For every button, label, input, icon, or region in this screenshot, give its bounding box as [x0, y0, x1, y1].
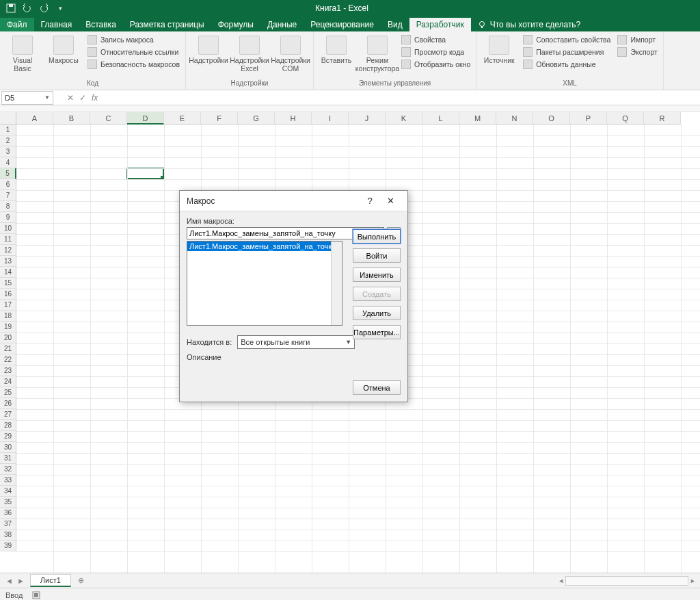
row-header[interactable]: 24 — [0, 376, 16, 387]
horizontal-scrollbar[interactable] — [565, 576, 688, 586]
row-header[interactable]: 8 — [0, 201, 16, 212]
view-code-button[interactable]: Просмотр кода — [400, 47, 472, 57]
column-header[interactable]: L — [422, 112, 459, 125]
properties-button[interactable]: Свойства — [400, 34, 472, 45]
column-header[interactable]: J — [349, 112, 386, 125]
column-header[interactable]: R — [644, 112, 681, 125]
options-button[interactable]: Параметры... — [353, 325, 401, 339]
export-xml-button[interactable]: Экспорт — [616, 47, 658, 57]
row-header[interactable]: 19 — [0, 322, 16, 332]
row-header[interactable]: 20 — [0, 332, 16, 343]
tab-file[interactable]: Файл — [0, 18, 34, 31]
map-properties-button[interactable]: Сопоставить свойства — [522, 34, 612, 45]
tab-pagelayout[interactable]: Разметка страницы — [123, 18, 211, 31]
tab-view[interactable]: Вид — [381, 18, 409, 31]
row-header[interactable]: 7 — [0, 190, 16, 201]
run-button[interactable]: Выполнить — [353, 229, 401, 244]
scroll-left-icon[interactable]: ◄ — [558, 577, 564, 584]
row-header[interactable]: 18 — [0, 311, 16, 322]
run-dialog-button[interactable]: Отобразить окно — [400, 59, 472, 70]
dialog-titlebar[interactable]: Макрос ? ✕ — [180, 191, 407, 211]
next-sheet-icon[interactable]: ► — [17, 577, 25, 585]
insert-control-button[interactable]: Вставить — [318, 34, 355, 66]
macro-security-button[interactable]: Безопасность макросов — [86, 59, 181, 70]
row-header[interactable]: 15 — [0, 278, 16, 289]
row-header[interactable]: 29 — [0, 431, 16, 442]
select-all-corner[interactable] — [0, 112, 16, 125]
visual-basic-button[interactable]: Visual Basic — [4, 34, 41, 74]
row-header[interactable]: 16 — [0, 289, 16, 300]
scroll-right-icon[interactable]: ► — [690, 577, 696, 584]
row-header[interactable]: 28 — [0, 420, 16, 431]
row-header[interactable]: 9 — [0, 212, 16, 223]
tab-developer[interactable]: Разработчик — [409, 18, 471, 31]
row-header[interactable]: 3 — [0, 146, 16, 157]
macros-in-select[interactable]: Все открытые книги ▼ — [237, 335, 355, 349]
edit-button[interactable]: Изменить — [353, 268, 401, 282]
tab-review[interactable]: Рецензирование — [304, 18, 381, 31]
save-icon[interactable] — [5, 3, 16, 14]
row-header[interactable]: 22 — [0, 354, 16, 365]
row-header[interactable]: 17 — [0, 300, 16, 311]
row-header[interactable]: 1 — [0, 125, 16, 135]
column-header[interactable]: M — [459, 112, 496, 125]
column-header[interactable]: E — [164, 112, 201, 125]
com-addins-button[interactable]: Надстройки COM — [272, 34, 309, 74]
tab-home[interactable]: Главная — [34, 18, 79, 31]
macro-list-item[interactable]: Лист1.Макрос_замены_запятой_на_точку — [187, 242, 342, 251]
sheet-nav[interactable]: ◄► — [0, 577, 30, 585]
fx-icon[interactable]: fx — [92, 93, 98, 103]
row-header[interactable]: 32 — [0, 464, 16, 475]
column-header[interactable]: D — [127, 112, 164, 125]
row-header[interactable]: 38 — [0, 530, 16, 540]
prev-sheet-icon[interactable]: ◄ — [5, 577, 13, 585]
row-header[interactable]: 30 — [0, 442, 16, 453]
row-header[interactable]: 39 — [0, 540, 16, 551]
row-header[interactable]: 4 — [0, 157, 16, 168]
step-into-button[interactable]: Войти — [353, 248, 401, 263]
import-xml-button[interactable]: Импорт — [616, 34, 658, 45]
relative-refs-button[interactable]: Относительные ссылки — [86, 47, 181, 57]
design-mode-button[interactable]: Режим конструктора — [359, 34, 396, 74]
row-header[interactable]: 6 — [0, 179, 16, 190]
excel-addins-button[interactable]: Надстройки Excel — [231, 34, 268, 74]
row-header[interactable]: 10 — [0, 223, 16, 234]
chevron-down-icon[interactable]: ▼ — [345, 339, 351, 345]
row-header[interactable]: 2 — [0, 135, 16, 146]
name-box[interactable]: D5 ▼ — [1, 91, 53, 105]
enter-formula-icon[interactable]: ✓ — [79, 93, 86, 103]
row-header[interactable]: 11 — [0, 234, 16, 245]
row-header[interactable]: 33 — [0, 475, 16, 486]
column-header[interactable]: A — [16, 112, 53, 125]
sheet-tab[interactable]: Лист1 — [30, 574, 71, 587]
expansion-packs-button[interactable]: Пакеты расширения — [522, 47, 612, 57]
chevron-down-icon[interactable]: ▼ — [44, 94, 50, 101]
column-header[interactable]: H — [275, 112, 312, 125]
listbox-scrollbar[interactable] — [331, 242, 342, 325]
column-header[interactable]: B — [53, 112, 90, 125]
tell-me[interactable]: Что вы хотите сделать? — [471, 18, 588, 31]
column-header[interactable]: I — [312, 112, 349, 125]
customize-qat-icon[interactable]: ▾ — [55, 3, 66, 14]
row-header[interactable]: 34 — [0, 486, 16, 497]
delete-button[interactable]: Удалить — [353, 306, 401, 320]
active-cell[interactable] — [126, 168, 164, 179]
row-header[interactable]: 25 — [0, 387, 16, 398]
row-header[interactable]: 31 — [0, 453, 16, 464]
column-header[interactable]: K — [386, 112, 422, 125]
refresh-data-button[interactable]: Обновить данные — [522, 59, 612, 70]
row-header[interactable]: 35 — [0, 497, 16, 508]
addins-button[interactable]: Надстройки — [190, 34, 227, 66]
row-header[interactable]: 14 — [0, 267, 16, 278]
help-button[interactable]: ? — [360, 196, 380, 206]
row-header[interactable]: 12 — [0, 245, 16, 256]
row-header[interactable]: 5 — [0, 168, 16, 179]
row-header[interactable]: 27 — [0, 409, 16, 420]
macro-listbox[interactable]: Лист1.Макрос_замены_запятой_на_точку — [187, 241, 342, 326]
add-sheet-button[interactable]: ⊕ — [78, 576, 84, 585]
undo-icon[interactable] — [22, 3, 33, 14]
row-header[interactable]: 26 — [0, 398, 16, 409]
close-button[interactable]: ✕ — [380, 196, 401, 206]
redo-icon[interactable] — [38, 3, 49, 14]
row-header[interactable]: 13 — [0, 256, 16, 267]
